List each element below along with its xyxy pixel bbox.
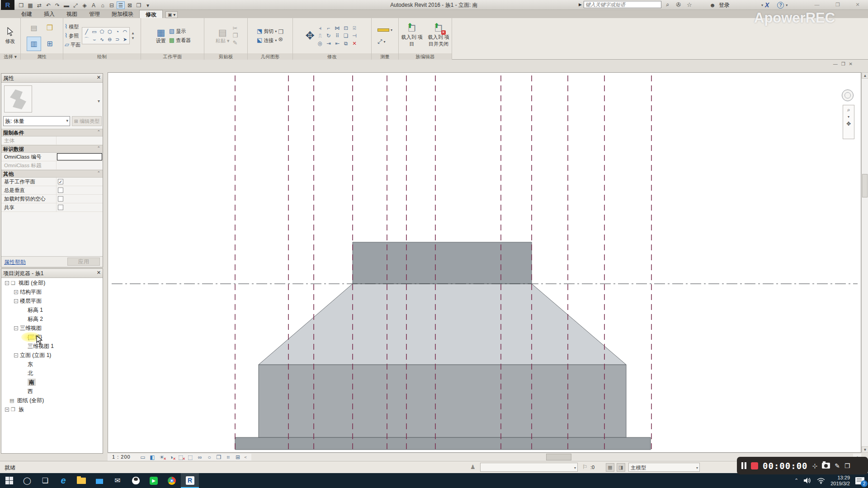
- unpin-icon[interactable]: ⍃: [350, 24, 359, 32]
- omniclass-number-input[interactable]: [57, 153, 102, 160]
- active-option-icon[interactable]: ◨: [617, 463, 625, 472]
- tree-item[interactable]: 东: [1, 360, 103, 369]
- panel-label-workplane[interactable]: 工作平面: [141, 53, 204, 60]
- properties-palette-icon[interactable]: ▤: [27, 21, 41, 35]
- apply-button[interactable]: 应用: [67, 258, 100, 266]
- aligned-dimension-icon[interactable]: ⤢: [71, 1, 80, 9]
- tree-item[interactable]: 西: [1, 387, 103, 396]
- paste-button[interactable]: ▤ 粘贴 ▾: [214, 26, 231, 46]
- panel-label-clipboard[interactable]: 剪贴板: [204, 53, 247, 60]
- worksets-dropdown[interactable]: ▾: [480, 463, 578, 472]
- tray-chevron-icon[interactable]: ⌃: [794, 478, 798, 483]
- tree-item[interactable]: 标高 2: [1, 314, 103, 324]
- load-into-project-button[interactable]: ❐⬆ 载入到 项目: [399, 23, 425, 49]
- panel-label-select[interactable]: 选择 ▾: [0, 53, 20, 60]
- tree-item[interactable]: +❒族: [1, 405, 103, 414]
- array-icon[interactable]: ⠿: [333, 32, 342, 40]
- tab-附加模块[interactable]: 附加模块: [106, 10, 139, 18]
- taskbar-qq[interactable]: [127, 473, 145, 488]
- navigation-wheel-icon[interactable]: [842, 89, 854, 101]
- view-minimize-icon[interactable]: —: [833, 61, 838, 66]
- mirror-draw-icon[interactable]: ⊡: [342, 24, 350, 32]
- section-header[interactable]: 其他⌃: [1, 170, 103, 178]
- tangent-arc-tool-icon[interactable]: ⌣: [90, 36, 98, 43]
- open-icon[interactable]: ❒: [17, 1, 25, 9]
- tree-item[interactable]: −三维视图: [1, 324, 103, 333]
- delete-icon[interactable]: ✕: [350, 40, 359, 47]
- default-3d-view-icon[interactable]: ⌂: [99, 1, 107, 9]
- thin-lines-icon[interactable]: ☰: [117, 1, 125, 9]
- close-button[interactable]: ✕: [853, 2, 863, 8]
- taskbar-clock[interactable]: 13:29 2019/3/2: [830, 475, 850, 487]
- properties-close-icon[interactable]: ✕: [97, 75, 101, 80]
- measure-icon[interactable]: ▬: [62, 1, 71, 9]
- crop-view-icon[interactable]: ⬚✕: [177, 454, 184, 460]
- zoom-icon[interactable]: ⌕: [847, 107, 850, 113]
- pan-icon[interactable]: ✥: [846, 121, 851, 127]
- scroll-up-icon[interactable]: ▲: [131, 31, 135, 35]
- properties-help-link[interactable]: 属性帮助: [4, 258, 26, 266]
- vertical-scrollbar[interactable]: ▲ ▼: [861, 72, 868, 453]
- match-type-icon[interactable]: ✎: [232, 40, 238, 46]
- taskbar-task-view[interactable]: ❏: [36, 473, 54, 488]
- panel-label-draw[interactable]: 绘制: [63, 53, 141, 60]
- vertical-scroll-thumb[interactable]: [862, 174, 868, 197]
- signin-dropdown-icon[interactable]: ▾: [761, 3, 763, 7]
- type-selector[interactable]: 族: 体量▾: [3, 116, 70, 126]
- scroll-down-icon[interactable]: ▼: [131, 36, 135, 40]
- tree-expand-icon[interactable]: −: [14, 299, 18, 303]
- cut-icon[interactable]: ✂: [232, 25, 238, 32]
- void-forms-icon[interactable]: ⊗: [278, 36, 283, 42]
- load-into-project-close-button[interactable]: ❐⬆✕ 载入到 项目并关闭: [426, 23, 451, 49]
- signin-button[interactable]: 登录: [719, 1, 730, 9]
- fillet-arc-tool-icon[interactable]: ◠: [121, 28, 129, 36]
- family-types-icon[interactable]: ▥: [27, 37, 41, 51]
- panel-label-measure[interactable]: 测量: [372, 53, 398, 60]
- split-icon[interactable]: ⧉: [342, 40, 350, 47]
- property-checkbox[interactable]: [58, 205, 63, 210]
- trim-single-icon[interactable]: ⇥: [325, 40, 333, 47]
- tree-expand-icon[interactable]: −: [14, 353, 18, 357]
- cut-geometry-button[interactable]: ⬔ 剪切▾: [257, 27, 277, 35]
- horizontal-scroll-left-arrow[interactable]: ＜: [243, 454, 248, 460]
- mass-base-slab[interactable]: [235, 437, 651, 450]
- taskbar-mail[interactable]: ✉: [108, 473, 127, 488]
- close-hidden-windows-icon[interactable]: ⊠: [126, 1, 134, 9]
- save-icon[interactable]: ▦: [26, 1, 34, 9]
- design-options-icon[interactable]: ▦: [606, 463, 614, 472]
- zoom-dropdown-icon[interactable]: ▾: [848, 115, 849, 119]
- tree-item[interactable]: {三维}: [1, 333, 103, 342]
- tree-expand-icon[interactable]: +: [14, 290, 18, 294]
- draw-mode-平面[interactable]: ▱平面: [65, 41, 80, 49]
- property-value[interactable]: [57, 186, 103, 194]
- minimize-button[interactable]: —: [812, 2, 822, 7]
- switch-windows-icon[interactable]: ❐: [135, 1, 143, 9]
- visual-style-icon[interactable]: ◧: [149, 454, 156, 460]
- tab-管理[interactable]: 管理: [83, 10, 106, 18]
- tab-视图[interactable]: 视图: [61, 10, 83, 18]
- mass-top-block[interactable]: [353, 242, 532, 284]
- tree-expand-icon[interactable]: −: [5, 281, 9, 285]
- scale-icon[interactable]: ❏: [342, 32, 350, 40]
- tree-item[interactable]: +结构平面: [1, 287, 103, 296]
- pick-line-tool-icon[interactable]: ➤: [121, 36, 129, 43]
- taskbar-chrome[interactable]: [163, 473, 181, 488]
- tree-item[interactable]: −楼层平面: [1, 296, 103, 305]
- panel-label-family-editor[interactable]: 族编辑器: [399, 53, 452, 60]
- mirror-project-icon[interactable]: ⋈: [333, 24, 342, 32]
- center-arc-tool-icon[interactable]: ⌒: [83, 36, 90, 43]
- tree-item[interactable]: 南: [1, 378, 103, 387]
- section-header[interactable]: 标识数据⌃: [1, 145, 103, 153]
- tab-创建[interactable]: 创建: [15, 10, 38, 18]
- tree-item[interactable]: −❏视图 (全部): [1, 278, 103, 287]
- recorder-pause-button[interactable]: [741, 462, 746, 469]
- customize-qat-icon[interactable]: ▾: [144, 1, 152, 9]
- maximize-button[interactable]: ❐: [833, 2, 843, 8]
- edit-type-button[interactable]: ⊞ 编辑类型: [72, 116, 102, 126]
- taskbar-cortana[interactable]: ◯: [18, 473, 36, 488]
- dimension-tool-button[interactable]: ⤢ ▾: [377, 38, 392, 46]
- redo-icon[interactable]: ↷: [53, 1, 61, 9]
- recorder-window-icon[interactable]: ❐: [844, 462, 850, 469]
- inscribed-polygon-tool-icon[interactable]: ⬡: [106, 28, 113, 36]
- property-value[interactable]: [57, 203, 103, 211]
